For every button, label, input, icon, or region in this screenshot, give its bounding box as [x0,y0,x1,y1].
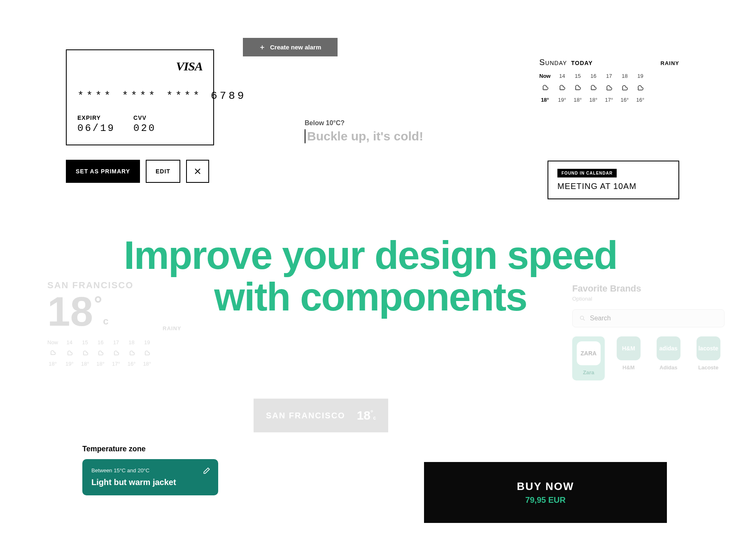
hour-column: 1618° [589,73,597,103]
search-icon [579,315,586,322]
pill-temp: 18 [357,408,370,422]
cloud-icon [66,349,73,357]
weather-temp-value: 18 [47,291,93,332]
temperature-zone-title: Temperature zone [82,445,218,453]
below-10-question: Below 10°C? [305,119,482,127]
brand-card[interactable]: lacosteLacoste [692,336,725,380]
brands-search[interactable] [572,309,725,327]
hour-temp: 18° [590,97,598,103]
close-icon [194,168,201,175]
card-number: **** **** **** 6789 [77,90,203,102]
brand-card[interactable]: H&MH&M [612,336,645,380]
hour-column: 1816° [128,339,136,367]
hour-temp: 18° [541,97,549,103]
hour-temp: 18° [49,361,57,367]
headline-line1: Improve your design speed [0,235,741,276]
hour-column: 1419° [65,339,74,367]
hour-column: 1916° [636,73,644,103]
hour-label: 15 [575,73,580,79]
buy-now-button[interactable]: BUY NOW 79,95 EUR [424,462,667,523]
weather-today-label: TODAY [571,60,592,66]
brand-name: Adidas [659,364,677,371]
rain-icon [541,83,549,93]
brand-name: H&M [622,364,635,371]
weather-condition-faded: RAINY [163,325,181,331]
below-10-group: Below 10°C? [305,119,482,143]
hour-label: 17 [606,73,612,79]
hour-column: 1918° [143,339,151,367]
favorite-brands-panel: Favorite Brands Optional ZARAZaraH&MH&Ma… [572,283,725,380]
hour-temp: 18° [96,361,105,367]
svg-point-0 [580,316,584,320]
credit-card: VISA **** **** **** 6789 EXPIRY 06/19 CV… [66,49,214,145]
edit-zone-button[interactable] [203,467,211,475]
hour-label: Now [47,339,58,345]
rain-icon [589,83,597,93]
temperature-zone-card: Between 15°C and 20°C Light but warm jac… [82,459,218,495]
weather-block-faded: SAN FRANCISCO 18 ° c RAINY Now18°1419°15… [47,280,151,367]
temperature-zone: Temperature zone Between 15°C and 20°C L… [82,445,218,495]
weather-unit: c [103,316,108,326]
create-alarm-button[interactable]: Create new alarm [243,38,338,56]
hour-temp: 17° [112,361,120,367]
cloud-icon [97,349,104,357]
hour-label: 14 [67,339,72,345]
card-brand: VISA [77,59,203,73]
rain-icon [49,349,56,357]
city-temp-pill: SAN FRANCISCO 18 ° c [254,399,388,432]
cloud-icon [605,83,613,93]
hour-label: 19 [637,73,643,79]
delete-card-button[interactable] [186,160,209,183]
rain-icon [558,83,566,93]
brand-name: Zara [583,369,594,376]
brands-optional-label: Optional [572,296,725,302]
buy-now-label: BUY NOW [424,480,667,493]
brand-card[interactable]: adidasAdidas [652,336,685,380]
weather-day: Sunday [539,58,567,67]
hour-column: Now18° [47,339,58,367]
create-alarm-label: Create new alarm [270,44,321,51]
hour-temp: 16° [621,97,629,103]
brand-logo: ZARA [577,341,601,365]
edit-icon [203,467,211,475]
expiry-label: EXPIRY [77,114,115,121]
temperature-range: Between 15°C and 20°C [91,467,209,474]
brand-name: Lacoste [698,364,718,371]
brands-search-input[interactable] [590,315,718,322]
cloud-icon [82,349,89,357]
cloud-icon [636,83,644,93]
hour-label: Now [539,73,550,79]
hour-label: 15 [82,339,88,345]
hour-temp: 16° [636,97,645,103]
weather-condition: RAINY [661,60,679,66]
hour-temp: 19° [558,97,566,103]
hour-label: 19 [144,339,150,345]
cloud-icon [143,349,151,357]
weather-strip: Sunday TODAY RAINY Now18°1419°1518°1618°… [539,58,679,103]
set-as-primary-button[interactable]: SET AS PRIMARY [66,160,140,183]
hour-label: 16 [98,339,103,345]
brand-card[interactable]: ZARAZara [572,336,605,380]
calendar-card: FOUND IN CALENDAR MEETING AT 10AM [548,161,679,199]
hour-column: 1717° [605,73,613,103]
hour-label: 16 [590,73,596,79]
hour-label: 18 [622,73,627,79]
edit-card-button[interactable]: EDIT [146,160,180,183]
hour-temp: 19° [65,361,74,367]
cvv-value: 020 [133,123,156,134]
hour-temp: 18° [574,97,582,103]
cloud-icon [620,83,629,93]
hour-column: 1717° [112,339,120,367]
hour-label: 17 [113,339,119,345]
plus-icon [259,44,265,50]
degree-symbol: ° [94,293,102,314]
hour-temp: 17° [605,97,613,103]
brands-title: Favorite Brands [572,283,725,294]
hour-column: 1518° [573,73,582,103]
below-10-input[interactable] [305,129,482,143]
cvv-label: CVV [133,114,156,121]
pill-unit: c [373,415,376,421]
hour-temp: 18° [81,361,89,367]
calendar-event: MEETING AT 10AM [557,182,669,191]
expiry-value: 06/19 [77,123,115,134]
